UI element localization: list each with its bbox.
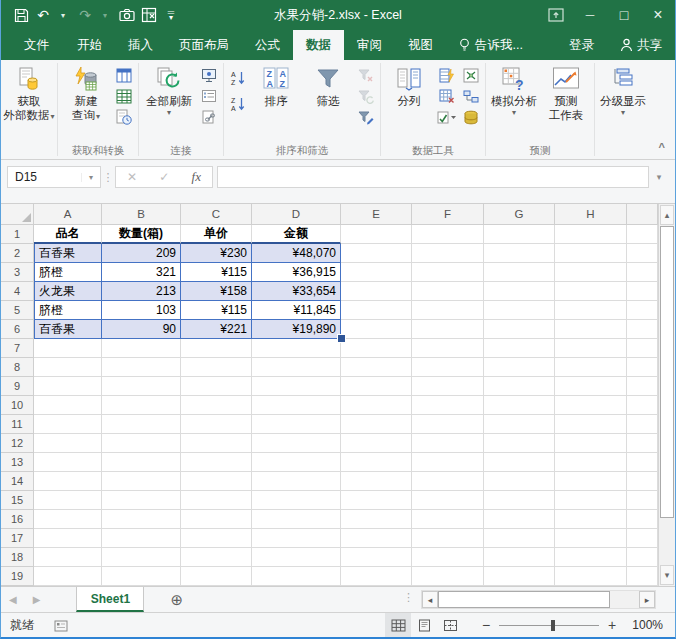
column-header[interactable] [627, 204, 658, 225]
collapse-ribbon-button[interactable]: ^ [659, 141, 665, 153]
cell[interactable] [627, 282, 658, 301]
table-cell[interactable]: ¥33,654 [252, 282, 341, 301]
cell[interactable] [181, 548, 252, 567]
data-validation-button[interactable] [437, 108, 457, 126]
cell[interactable] [34, 434, 102, 453]
cell[interactable] [555, 548, 627, 567]
table-cell[interactable]: ¥221 [181, 320, 252, 339]
refresh-all-button[interactable]: 全部刷新 ▾ [141, 61, 197, 117]
cell[interactable] [181, 491, 252, 510]
ribbon-display-options-button[interactable] [539, 0, 573, 30]
cell[interactable] [484, 529, 555, 548]
page-layout-view-button[interactable] [411, 613, 437, 637]
cell[interactable] [412, 301, 484, 320]
table-cell[interactable]: 百香果 [34, 244, 102, 263]
zoom-level-label[interactable]: 100% [621, 618, 663, 632]
cell[interactable] [34, 472, 102, 491]
cell[interactable] [627, 320, 658, 339]
cell[interactable] [412, 263, 484, 282]
cell[interactable] [341, 282, 412, 301]
table-cell[interactable]: ¥48,070 [252, 244, 341, 263]
forecast-sheet-button[interactable]: 预测 工作表 [540, 61, 592, 122]
cell[interactable] [34, 339, 102, 358]
cell[interactable] [555, 491, 627, 510]
cell[interactable] [627, 244, 658, 263]
vertical-scroll-track[interactable] [659, 518, 675, 564]
cell[interactable] [341, 244, 412, 263]
cell[interactable] [341, 320, 412, 339]
cell[interactable] [102, 491, 181, 510]
cell[interactable] [181, 377, 252, 396]
column-header-F[interactable]: F [412, 204, 484, 225]
row-header-19[interactable]: 19 [1, 567, 34, 586]
cell[interactable] [412, 434, 484, 453]
cell[interactable] [412, 453, 484, 472]
cell[interactable] [252, 434, 341, 453]
table-cell[interactable]: ¥11,845 [252, 301, 341, 320]
table-cell[interactable]: 90 [102, 320, 181, 339]
cell[interactable] [484, 377, 555, 396]
column-header-H[interactable]: H [555, 204, 627, 225]
row-header-4[interactable]: 4 [1, 282, 34, 301]
row-header-9[interactable]: 9 [1, 377, 34, 396]
cell[interactable] [555, 225, 627, 244]
cell[interactable] [412, 377, 484, 396]
table-cell[interactable]: ¥115 [181, 301, 252, 320]
tab-page-layout[interactable]: 页面布局 [166, 30, 242, 60]
cell[interactable] [341, 529, 412, 548]
tab-data[interactable]: 数据 [293, 30, 344, 60]
cell[interactable] [412, 244, 484, 263]
undo-dropdown[interactable]: ▾ [53, 4, 73, 26]
cell[interactable] [102, 529, 181, 548]
cell[interactable] [102, 453, 181, 472]
cell[interactable] [627, 396, 658, 415]
outline-button[interactable]: 分级显示 ▾ [597, 61, 649, 117]
grid-pencil-button[interactable] [139, 4, 159, 26]
cell[interactable] [627, 453, 658, 472]
cell[interactable] [484, 263, 555, 282]
table-cell[interactable]: ¥19,890 [252, 320, 341, 339]
cell[interactable] [412, 548, 484, 567]
horizontal-scrollbar[interactable]: ◂ ▸ [421, 590, 656, 609]
recent-sources-button[interactable] [114, 108, 134, 126]
cell[interactable] [412, 472, 484, 491]
cell[interactable] [102, 434, 181, 453]
cell[interactable] [484, 225, 555, 244]
table-cell[interactable]: ¥36,915 [252, 263, 341, 282]
cell[interactable] [627, 225, 658, 244]
vertical-scroll-thumb[interactable] [660, 226, 674, 518]
cell[interactable] [555, 244, 627, 263]
cell[interactable] [627, 301, 658, 320]
expand-formula-bar-button[interactable]: ▾ [649, 166, 669, 188]
cell[interactable] [412, 529, 484, 548]
cell[interactable] [555, 396, 627, 415]
connections-button[interactable] [199, 66, 219, 84]
properties-button[interactable] [199, 87, 219, 105]
cell[interactable] [341, 377, 412, 396]
cell[interactable] [102, 396, 181, 415]
flash-fill-button[interactable] [437, 66, 457, 84]
table-cell[interactable]: 脐橙 [34, 263, 102, 282]
cell[interactable] [34, 548, 102, 567]
cell[interactable] [555, 567, 627, 586]
what-if-analysis-button[interactable]: ? 模拟分析 ▾ [488, 61, 540, 117]
zoom-slider-track[interactable] [499, 625, 599, 626]
cell[interactable] [252, 567, 341, 586]
cell[interactable] [484, 339, 555, 358]
new-sheet-button[interactable]: ⊕ [170, 587, 183, 612]
cell[interactable] [484, 244, 555, 263]
cell[interactable] [412, 358, 484, 377]
row-header-10[interactable]: 10 [1, 396, 34, 415]
cell[interactable] [555, 434, 627, 453]
cell[interactable] [34, 453, 102, 472]
cell[interactable] [181, 415, 252, 434]
cell[interactable] [555, 472, 627, 491]
row-header-2[interactable]: 2 [1, 244, 34, 263]
zoom-out-button[interactable]: − [477, 617, 495, 633]
cell[interactable] [341, 434, 412, 453]
new-query-button[interactable]: 新建 查询▾ [60, 61, 112, 124]
cell[interactable] [102, 377, 181, 396]
cell[interactable] [555, 339, 627, 358]
cell[interactable] [341, 472, 412, 491]
table-cell[interactable]: 321 [102, 263, 181, 282]
